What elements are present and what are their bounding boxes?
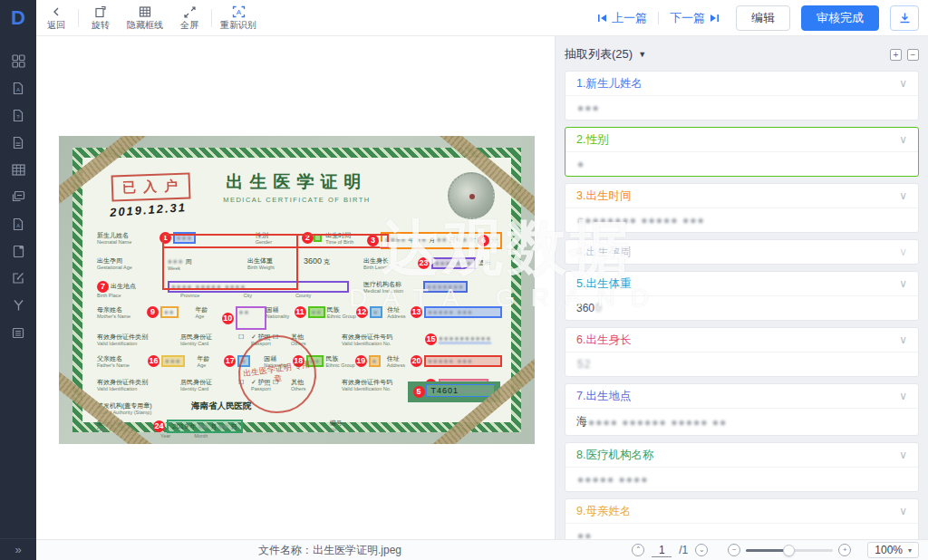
sidebar-item-table[interactable]	[0, 156, 36, 183]
badge-16: 16	[148, 355, 160, 367]
download-icon	[899, 12, 911, 24]
sidebar-item-edit[interactable]	[0, 265, 36, 292]
back-button[interactable]: 返回	[36, 0, 76, 35]
badge-12: 12	[356, 306, 368, 318]
chevron-down-icon[interactable]: ∨	[899, 505, 907, 517]
field-card-5: 5.出生体重∨ 3600	[565, 271, 919, 321]
expand-all-button[interactable]: +	[890, 49, 902, 61]
download-button[interactable]	[890, 5, 919, 31]
field-card-4: 4.出生孕周∨	[565, 239, 919, 265]
back-icon	[51, 5, 62, 19]
sidebar-item-doc-pdf2[interactable]: A	[0, 210, 36, 237]
chevron-down-icon[interactable]: ∨	[899, 333, 907, 346]
field-header[interactable]: 6.出生身长∨	[566, 328, 918, 352]
edit-button[interactable]: 编辑	[736, 5, 790, 31]
chevron-down-icon[interactable]: ∨	[899, 390, 907, 402]
page-down-button[interactable]: ⌄	[695, 544, 708, 556]
zoom-out-button[interactable]: −	[728, 544, 740, 556]
field-card-2: 2.性别∨ ●	[565, 127, 919, 177]
field-header[interactable]: 9.母亲姓名∨	[566, 499, 918, 523]
toolbar-divider	[211, 9, 212, 27]
field-header[interactable]: 3.出生时间∨	[566, 184, 918, 208]
sidebar-item-copy[interactable]	[0, 183, 36, 210]
certificate-image: 已入户 2019.12.31 出生医学证明 MEDICAL CERTIFICAT…	[59, 136, 535, 444]
field-card-3: 3.出生时间∨ ●●●●●●●● ●●●●● ●●●	[565, 183, 919, 233]
annotation-box-yellow: ●	[369, 355, 382, 367]
field-value[interactable]: ●●●●● ●●●●	[566, 467, 918, 491]
svg-text:A: A	[16, 223, 20, 228]
badge-20: 20	[411, 355, 422, 367]
sidebar-item-file[interactable]	[0, 237, 36, 265]
badge-9: 9	[147, 306, 159, 318]
viewer-controls: ⌃ 1 /1 ⌄ − + 100% ▾	[632, 542, 928, 558]
field-card-6: 6.出生身长∨ 52	[565, 327, 919, 377]
certificate-title: 出生医学证明 MEDICAL CERTIFICATE OF BIRTH	[86, 170, 508, 204]
zoom-slider: − +	[728, 544, 851, 556]
page-number-input[interactable]: 1	[652, 544, 672, 557]
field-value[interactable]: ●●	[566, 523, 918, 539]
approve-button[interactable]: 审核完成	[801, 5, 879, 31]
field-header[interactable]: 5.出生体重∨	[566, 272, 918, 295]
app-logo[interactable]: D	[0, 0, 36, 36]
field-header[interactable]: 7.出生地点∨	[566, 384, 918, 408]
badge-24: 24	[153, 420, 165, 432]
sidebar-collapse-button[interactable]: »	[0, 538, 36, 560]
chevron-down-icon[interactable]: ∨	[899, 277, 907, 290]
fullscreen-button[interactable]: 全屏	[169, 0, 209, 35]
re-recognize-button[interactable]: A 重新识别	[214, 0, 263, 35]
zoom-in-button[interactable]: +	[838, 544, 851, 556]
field-card-1: 1.新生儿姓名∨ ●●●	[565, 71, 919, 121]
annotation-box-yellow: ●●●	[161, 355, 185, 367]
field-value[interactable]: ●	[566, 151, 918, 176]
annotation-box-blue: ●●●●● ●●●	[424, 306, 502, 318]
chevron-down-icon[interactable]: ∨	[899, 133, 907, 146]
sidebar-item-list[interactable]	[0, 319, 36, 346]
page-total-label: /1	[679, 544, 688, 556]
svg-text:A: A	[16, 87, 20, 92]
hide-gridlines-icon	[139, 5, 151, 19]
sidebar-item-dashboard[interactable]	[0, 47, 36, 74]
collapse-all-button[interactable]: −	[907, 49, 919, 61]
field-header[interactable]: 4.出生孕周∨	[566, 240, 918, 264]
chevron-down-icon[interactable]: ∨	[899, 189, 907, 202]
badge-5: 5	[413, 386, 425, 398]
sidebar-item-doc-text[interactable]	[0, 129, 36, 156]
annotation-box-blue: ●●●●●●●	[423, 281, 468, 293]
extraction-list-title: 抽取列表(25)	[565, 46, 633, 63]
field-value[interactable]: 52	[566, 352, 918, 376]
field-value[interactable]: 3600	[566, 295, 918, 320]
field-header[interactable]: 8.医疗机构名称∨	[566, 443, 918, 467]
prev-doc-button[interactable]: 上一篇	[597, 10, 647, 26]
extraction-panel-header: 抽取列表(25) ▼ + −	[565, 43, 919, 65]
badge-10: 10	[222, 313, 234, 324]
zoom-slider-handle[interactable]	[783, 545, 795, 556]
certificate-body: 已入户 2019.12.31 出生医学证明 MEDICAL CERTIFICAT…	[86, 161, 508, 419]
next-doc-button[interactable]: 下一篇	[670, 10, 720, 26]
chevron-down-icon[interactable]: ∨	[899, 246, 907, 258]
field-header[interactable]: 2.性别∨	[566, 128, 918, 151]
rotate-button[interactable]: 旋转	[81, 0, 121, 35]
chevron-down-icon[interactable]: ∨	[899, 77, 907, 90]
annotation-region-red	[162, 234, 298, 290]
hide-gridlines-button[interactable]: 隐藏框线	[121, 0, 169, 35]
rotate-icon	[94, 5, 107, 19]
panel-caret-icon[interactable]: ▼	[638, 50, 646, 59]
sidebar-item-doc-question[interactable]: ?	[0, 101, 36, 129]
page-up-button[interactable]: ⌃	[632, 544, 644, 556]
field-header[interactable]: 1.新生儿姓名∨	[566, 72, 918, 95]
toolbar-divider	[78, 9, 79, 27]
badge-19: 19	[355, 355, 367, 367]
chevron-down-icon[interactable]: ∨	[899, 449, 907, 461]
field-value[interactable]: ●●●●●●●● ●●●●● ●●●	[566, 208, 918, 232]
sidebar-item-doc-pdf[interactable]: A	[0, 74, 36, 101]
field-value[interactable]: 海●●●● ●●●●●● ●●●●● ●●	[566, 408, 918, 435]
sidebar-item-branch[interactable]	[0, 292, 36, 319]
zoom-level-dropdown[interactable]: 100% ▾	[867, 542, 919, 558]
extraction-panel: 抽取列表(25) ▼ + − 1.新生儿姓名∨ ●●● 2.性别∨ ● 3.出生…	[555, 36, 928, 539]
re-recognize-icon: A	[232, 5, 246, 19]
prev-icon	[597, 14, 608, 23]
field-value[interactable]: ●●●	[566, 95, 918, 120]
annotation-box-serial: T4601●●●●●●	[426, 384, 495, 397]
document-canvas[interactable]: 已入户 2019.12.31 出生医学证明 MEDICAL CERTIFICAT…	[36, 36, 555, 539]
zoom-slider-track[interactable]	[746, 549, 833, 552]
